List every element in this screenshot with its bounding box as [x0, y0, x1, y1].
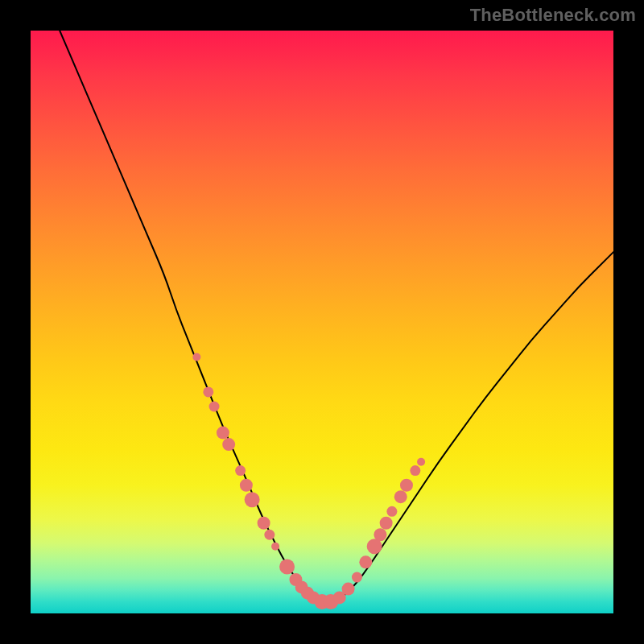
data-point [209, 401, 220, 411]
data-point [203, 386, 213, 397]
curve-svg [31, 31, 613, 613]
marker-group [192, 353, 425, 609]
data-point [417, 458, 425, 466]
data-point [374, 528, 386, 541]
plot-area [31, 31, 613, 613]
data-point [279, 559, 295, 575]
data-point [245, 492, 260, 507]
data-point [235, 465, 246, 476]
data-point [352, 572, 362, 583]
data-point [394, 490, 407, 503]
data-point [380, 517, 393, 530]
chart-canvas: TheBottleneck.com [0, 0, 644, 644]
data-point [410, 465, 420, 476]
data-point [217, 427, 229, 440]
data-point [222, 438, 235, 451]
data-point [258, 517, 270, 530]
data-point [192, 353, 200, 361]
data-point [342, 583, 355, 596]
data-point [264, 530, 275, 540]
bottleneck-curve [60, 31, 613, 603]
data-point [400, 479, 413, 492]
data-point [240, 479, 253, 492]
data-point [359, 555, 372, 568]
data-point [271, 543, 279, 551]
watermark-text: TheBottleneck.com [470, 5, 636, 26]
data-point [386, 506, 397, 517]
